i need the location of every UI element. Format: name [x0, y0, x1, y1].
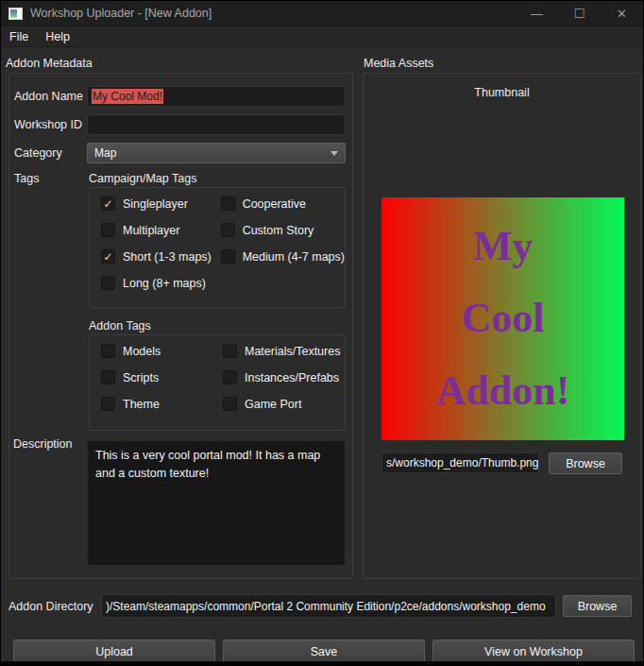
addon-name-input[interactable]: My Cool Mod! — [87, 86, 346, 107]
tag-option[interactable]: Long (8+ maps) — [101, 276, 221, 290]
tag-option[interactable]: Game Port — [223, 397, 345, 411]
addon-directory-label: Addon Directory — [8, 600, 93, 613]
thumbnail-path-value: s/workshop_demo/Thumb.png — [386, 456, 538, 470]
tag-option[interactable]: Singleplayer — [101, 196, 221, 211]
addon-directory-browse-button[interactable]: Browse — [563, 595, 632, 617]
checkbox[interactable] — [101, 249, 115, 264]
menu-bar: File Help — [1, 27, 643, 47]
checkbox[interactable] — [221, 223, 235, 237]
thumbnail-browse-button[interactable]: Browse — [549, 453, 622, 474]
window-title: Workshop Uploader - [New Addon] — [30, 7, 212, 20]
tag-option[interactable]: Scripts — [101, 370, 223, 384]
upload-button[interactable]: Upload — [13, 640, 215, 663]
workshop-id-input[interactable] — [87, 114, 346, 135]
addon-directory-input[interactable]: )/Steam/steamapps/common/Portal 2 Commun… — [101, 594, 556, 618]
tag-label: Singleplayer — [123, 197, 188, 211]
tag-label: Materials/Textures — [245, 345, 340, 358]
thumbnail-path-input[interactable]: s/workshop_demo/Thumb.png — [381, 453, 539, 473]
tag-option[interactable]: Custom Story — [221, 223, 345, 237]
save-button[interactable]: Save — [223, 640, 425, 663]
thumbnail-text-line: My — [473, 226, 534, 267]
app-icon — [8, 8, 23, 20]
checkbox[interactable] — [223, 370, 237, 384]
campaign-tags-title: Campaign/Map Tags — [89, 172, 196, 185]
tag-option[interactable]: Instances/Prefabs — [223, 370, 345, 384]
checkbox[interactable] — [101, 276, 115, 290]
menu-file[interactable]: File — [1, 27, 37, 46]
tag-option[interactable]: Medium (4-7 maps) — [221, 249, 345, 264]
chevron-down-icon — [330, 151, 338, 156]
description-label: Description — [13, 437, 73, 451]
tag-option[interactable]: Short (1-3 maps) — [101, 249, 221, 264]
window-bottom-edge — [1, 661, 643, 665]
checkbox[interactable] — [221, 196, 235, 211]
tag-label: Game Port — [245, 398, 301, 411]
media-assets-section-title: Media Assets — [364, 57, 433, 70]
maximize-button[interactable]: ☐ — [558, 1, 601, 26]
workshop-uploader-window: Workshop Uploader - [New Addon] — ☐ ✕ Fi… — [0, 0, 644, 666]
category-label: Category — [14, 146, 62, 160]
workshop-id-label: Workshop ID — [14, 118, 82, 131]
description-textarea[interactable]: This is a very cool portal mod! It has a… — [87, 440, 346, 566]
category-dropdown[interactable]: Map — [87, 143, 346, 163]
addon-metadata-section-title: Addon Metadata — [6, 57, 93, 70]
window-controls: — ☐ ✕ — [516, 1, 643, 26]
tag-label: Custom Story — [243, 224, 314, 237]
tag-option[interactable]: Multiplayer — [101, 223, 221, 237]
addon-name-value: My Cool Mod! — [92, 89, 163, 104]
checkbox[interactable] — [101, 196, 115, 211]
tag-label: Cooperative — [243, 197, 306, 211]
close-button[interactable]: ✕ — [601, 1, 643, 26]
menu-help[interactable]: Help — [37, 27, 78, 46]
checkbox[interactable] — [101, 344, 115, 358]
checkbox[interactable] — [221, 249, 235, 264]
thumbnail-image: My Cool Addon! — [381, 197, 624, 440]
checkbox[interactable] — [101, 370, 115, 384]
tag-option[interactable]: Theme — [101, 397, 223, 411]
tag-label: Scripts — [123, 371, 159, 384]
thumbnail-label: Thumbnail — [363, 86, 641, 99]
minimize-button[interactable]: — — [516, 1, 558, 26]
addon-directory-value: )/Steam/steamapps/common/Portal 2 Commun… — [106, 600, 546, 613]
tag-label: Theme — [123, 398, 160, 411]
checkbox[interactable] — [223, 397, 237, 411]
tag-label: Medium (4-7 maps) — [243, 250, 345, 264]
thumbnail-text-line: Addon! — [436, 370, 570, 412]
category-value: Map — [94, 146, 116, 160]
tag-option[interactable]: Cooperative — [221, 196, 345, 211]
checkbox[interactable] — [101, 397, 115, 411]
checkbox[interactable] — [101, 223, 115, 237]
thumbnail-text-line: Cool — [462, 298, 545, 339]
tags-label: Tags — [14, 172, 39, 185]
addon-name-label: Addon Name — [14, 90, 83, 103]
checkbox[interactable] — [223, 344, 237, 358]
view-on-workshop-button[interactable]: View on Workshop — [432, 640, 635, 663]
campaign-tags-group: Singleplayer Cooperative Multiplayer Cus… — [89, 187, 346, 308]
title-bar[interactable]: Workshop Uploader - [New Addon] — ☐ ✕ — [1, 1, 643, 26]
tag-label: Short (1-3 maps) — [123, 250, 212, 264]
tag-label: Long (8+ maps) — [123, 277, 206, 290]
addon-tags-title: Addon Tags — [89, 319, 151, 333]
tag-label: Models — [123, 345, 161, 358]
addon-tags-group: Models Materials/Textures Scripts Instan… — [89, 334, 346, 431]
tag-label: Instances/Prefabs — [245, 371, 339, 384]
tag-option[interactable]: Models — [101, 344, 223, 358]
tag-label: Multiplayer — [123, 224, 179, 237]
tag-option[interactable]: Materials/Textures — [223, 344, 345, 358]
